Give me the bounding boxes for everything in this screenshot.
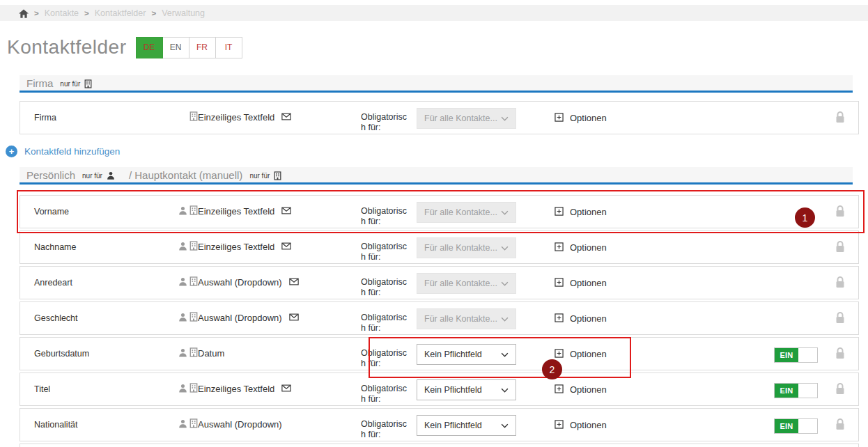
person-icon (178, 418, 187, 431)
language-tab-it[interactable]: IT (215, 37, 242, 58)
field-scope-icons (175, 111, 198, 124)
building-icon (274, 171, 281, 180)
toggle-on-label: EIN (775, 384, 798, 398)
toggle-on-label: EIN (775, 419, 798, 433)
field-type: Auswahl (Dropdown) (198, 313, 282, 323)
field-name: Nationalität (34, 420, 175, 430)
envelope-icon (281, 113, 291, 120)
envelope-icon (281, 384, 291, 392)
field-row-vorname: Vorname Einzeiliges Textfeld Obligatoris… (20, 195, 859, 228)
chevron-down-icon (501, 314, 509, 324)
field-type: Datum (198, 348, 224, 359)
field-name: Titel (34, 384, 175, 394)
field-type: Auswahl (Dropdown) (198, 277, 282, 288)
optionen-label: Optionen (570, 113, 607, 123)
language-tabs: DE EN FR IT (137, 37, 242, 58)
home-icon[interactable] (19, 9, 29, 18)
breadcrumb-link-verwaltung[interactable]: Verwaltung (162, 8, 205, 18)
field-type: Einzeiliges Textfeld (198, 112, 274, 123)
obligatorisch-select[interactable]: Für alle Kontakte... (417, 237, 516, 258)
plus-square-icon (555, 207, 564, 218)
building-icon (189, 241, 198, 253)
language-tab-de[interactable]: DE (136, 37, 163, 58)
breadcrumb-separator-icon: > (151, 9, 156, 17)
language-tab-en[interactable]: EN (162, 37, 189, 58)
envelope-icon (289, 278, 299, 285)
obligatorisch-select[interactable]: Für alle Kontakte... (417, 202, 516, 223)
chevron-down-icon (501, 385, 509, 395)
optionen-expander[interactable]: Optionen (555, 313, 607, 324)
obligatorisch-label: Obligatorisch für: (361, 112, 417, 133)
obligatorisch-label: Obligatorisch für: (361, 348, 417, 369)
lock-icon (834, 347, 846, 360)
select-value: Kein Pflichtfeld (424, 421, 482, 430)
section-subtitle: / Hauptkontakt (manuell) (129, 169, 242, 181)
breadcrumb-link-kontaktfelder[interactable]: Kontaktfelder (95, 8, 146, 18)
field-type: Auswahl (Dropdown) (198, 419, 282, 430)
select-value: Für alle Kontakte... (424, 207, 497, 217)
page-title: Kontaktfelder (7, 36, 127, 58)
building-icon (189, 111, 198, 124)
obligatorisch-label: Obligatorisch für: (361, 419, 417, 440)
field-name: Firma (34, 113, 175, 123)
language-tab-fr[interactable]: FR (189, 37, 216, 58)
building-icon (189, 312, 198, 324)
add-contact-field-button[interactable]: + Kontaktfeld hinzufügen (6, 146, 120, 157)
optionen-label: Optionen (570, 313, 607, 324)
section-title: Persönlich (26, 169, 75, 181)
field-row-anredeart: Anredeart Auswahl (Dropdown) Obligatoris… (20, 266, 859, 299)
breadcrumb-link-kontakte[interactable]: Kontakte (45, 8, 79, 18)
field-row-geschlecht: Geschlecht Auswahl (Dropdown) Obligatori… (20, 301, 859, 335)
page-header: Kontaktfelder DE EN FR IT (7, 36, 242, 58)
field-type: Einzeiliges Textfeld (198, 206, 274, 217)
field-scope-icons (175, 347, 198, 360)
field-active-toggle[interactable]: EIN (774, 418, 818, 434)
optionen-expander[interactable]: Optionen (555, 278, 607, 289)
nur-fuer-label: nur für (82, 172, 102, 180)
lock-icon (834, 205, 846, 218)
optionen-expander[interactable]: Optionen (555, 242, 607, 253)
plus-square-icon (555, 278, 564, 289)
envelope-icon (289, 313, 299, 321)
field-scope-icons (175, 418, 198, 431)
optionen-expander[interactable]: Optionen (555, 113, 607, 124)
obligatorisch-select[interactable]: Kein Pflichtfeld (417, 344, 516, 365)
nur-fuer-label: nur für (60, 80, 80, 88)
select-value: Für alle Kontakte... (424, 113, 497, 123)
toggle-on-label: EIN (775, 348, 798, 362)
optionen-expander[interactable]: Optionen (555, 384, 607, 395)
plus-square-icon (555, 113, 564, 124)
breadcrumb: > Kontakte > Kontaktfelder > Verwaltung (0, 5, 868, 21)
section-title: Firma (26, 77, 53, 89)
chevron-down-icon (501, 350, 509, 359)
building-icon (189, 418, 198, 431)
person-icon (178, 241, 187, 253)
person-icon (178, 312, 187, 324)
obligatorisch-select[interactable]: Kein Pflichtfeld (417, 379, 516, 400)
section-header-firma: Firma nur für (20, 75, 853, 93)
select-value: Kein Pflichtfeld (424, 350, 482, 359)
field-active-toggle[interactable]: EIN (774, 383, 818, 398)
obligatorisch-select[interactable]: Für alle Kontakte... (417, 308, 516, 329)
obligatorisch-select[interactable]: Für alle Kontakte... (417, 108, 516, 129)
select-value: Kein Pflichtfeld (424, 385, 482, 395)
optionen-expander[interactable]: Optionen (555, 207, 607, 218)
optionen-label: Optionen (570, 384, 607, 395)
optionen-expander[interactable]: Optionen (555, 420, 607, 431)
optionen-expander[interactable]: Optionen (555, 349, 607, 360)
obligatorisch-label: Obligatorisch für: (361, 206, 417, 227)
field-scope-icons (175, 205, 198, 218)
obligatorisch-select[interactable]: Für alle Kontakte... (417, 273, 516, 294)
person-icon (178, 347, 187, 360)
person-icon (178, 205, 187, 218)
field-scope-icons (175, 241, 198, 253)
obligatorisch-label: Obligatorisch für: (361, 384, 417, 405)
obligatorisch-select[interactable]: Kein Pflichtfeld (417, 415, 516, 436)
breadcrumb-separator-icon: > (34, 9, 39, 17)
person-icon (107, 171, 115, 180)
field-active-toggle[interactable]: EIN (774, 347, 818, 363)
lock-icon (834, 382, 846, 395)
chevron-down-icon (501, 243, 509, 253)
field-name: Geschlecht (34, 313, 175, 323)
plus-square-icon (555, 349, 564, 360)
